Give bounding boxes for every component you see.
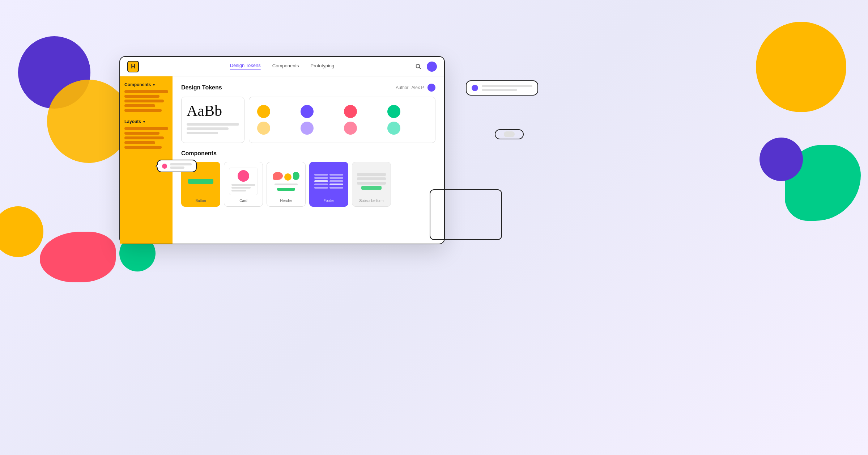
sidebar-bar	[124, 104, 155, 107]
right-callout-bar-1	[482, 85, 532, 87]
components-title: Components	[181, 150, 217, 157]
color-dot-red	[344, 105, 357, 118]
header-bar-green	[277, 188, 295, 191]
subscribe-label: Subscribe form	[356, 199, 387, 203]
footer-label: Footer	[313, 199, 344, 203]
color-dot-purple	[301, 105, 314, 118]
subscribe-preview	[356, 166, 387, 197]
search-icon[interactable]	[414, 63, 422, 71]
sidebar-bar	[124, 132, 159, 135]
design-tokens-section: Design Tokens Author Alex P. AaBb	[181, 84, 435, 143]
callout-bars-container	[170, 163, 192, 169]
tab-prototyping[interactable]: Prototyping	[311, 63, 335, 70]
author-avatar	[427, 84, 435, 92]
sidebar-bar	[124, 136, 164, 139]
component-card-card[interactable]: Card	[224, 162, 263, 207]
footer-bar	[329, 174, 343, 176]
subscribe-input-bar-2	[357, 177, 386, 180]
subscribe-btn-bar	[361, 186, 382, 190]
tokens-cards: AaBb	[181, 97, 435, 143]
sidebar-section-layouts: Layouts ▾	[124, 119, 168, 149]
typo-bar	[187, 123, 239, 126]
app-logo: H	[127, 61, 139, 72]
header-preview-inner	[272, 172, 301, 191]
footer-row-1	[314, 174, 343, 176]
sidebar-bar	[124, 141, 155, 144]
component-card-subscribe[interactable]: Subscribe form	[352, 162, 391, 207]
app-header: H Design Tokens Components Prototyping	[120, 57, 444, 76]
header-blobs	[273, 172, 299, 181]
color-dot-teal-light	[387, 122, 400, 135]
main-content: Design Tokens Author Alex P. AaBb	[173, 76, 444, 244]
blob-purple-small	[760, 138, 803, 181]
footer-row-5	[314, 187, 343, 189]
author-label: Author	[396, 85, 408, 90]
footer-bar	[329, 180, 343, 182]
callout-bar-1	[170, 163, 192, 165]
tab-design-tokens[interactable]: Design Tokens	[230, 63, 261, 70]
component-card-header[interactable]: Header	[267, 162, 306, 207]
callout-dot	[162, 164, 167, 169]
sidebar-bar	[124, 95, 159, 98]
sidebar-bars-components	[124, 90, 168, 112]
color-dot-yellow	[257, 105, 270, 118]
right-callout-bars	[482, 85, 532, 91]
footer-row-3	[314, 180, 343, 182]
component-card-footer[interactable]: Footer	[309, 162, 348, 207]
footer-bar	[314, 184, 328, 185]
header-bar-1	[275, 184, 298, 185]
user-avatar[interactable]	[427, 62, 437, 72]
design-tokens-title: Design Tokens	[181, 84, 222, 91]
typography-card[interactable]: AaBb	[181, 97, 244, 143]
sidebar-bar	[124, 100, 164, 102]
subscribe-input-bar-1	[357, 173, 386, 176]
svg-line-1	[420, 67, 421, 69]
sidebar-section-layouts-title: Layouts	[124, 119, 141, 124]
typo-bar	[187, 127, 229, 130]
components-border-decoration	[430, 189, 502, 240]
card-circle	[238, 170, 249, 182]
callout-bar-2	[170, 167, 184, 169]
typo-bar	[187, 132, 218, 134]
blob-yellow-large	[47, 80, 130, 163]
logo-letter: H	[131, 63, 135, 70]
typo-bars	[187, 123, 239, 134]
colors-card[interactable]	[249, 97, 435, 143]
blob-green-large	[785, 145, 861, 221]
card-bar-2	[231, 187, 251, 189]
nav-right	[414, 62, 437, 72]
header-label: Header	[271, 199, 302, 203]
author-name: Alex P.	[412, 85, 425, 90]
card-bar-1	[231, 184, 255, 186]
right-callout-bar-2	[482, 89, 517, 91]
right-callout	[466, 80, 538, 96]
sidebar-bar	[124, 90, 168, 93]
color-dot-green	[387, 105, 400, 118]
sidebar-section-components: Components ▾	[124, 82, 168, 112]
sidebar-bar	[124, 127, 168, 130]
scroll-inner	[504, 131, 515, 137]
button-preview-btn	[188, 179, 213, 184]
footer-preview-inner	[314, 174, 343, 189]
sidebar-bars-layouts	[124, 127, 168, 149]
card-bar-3	[231, 190, 246, 191]
footer-row-2	[314, 177, 343, 179]
scroll-decoration	[495, 129, 524, 139]
sidebar-chevron-components: ▾	[153, 83, 155, 87]
footer-preview	[313, 166, 344, 197]
typo-display: AaBb	[187, 102, 239, 119]
blob-orange-large	[756, 22, 846, 112]
sidebar-bar	[124, 109, 162, 112]
color-dots	[254, 102, 430, 138]
footer-row-4	[314, 184, 343, 185]
author-info: Author Alex P.	[396, 84, 435, 92]
footer-bar	[329, 177, 343, 179]
header-blob-yellow	[284, 173, 292, 181]
components-grid: Button Card	[181, 162, 435, 207]
subscribe-preview-inner	[357, 173, 386, 190]
color-dot-pink-light	[344, 122, 357, 135]
blob-yellow-small	[0, 206, 43, 257]
footer-bar	[329, 187, 343, 189]
footer-bar	[329, 184, 343, 185]
tab-components[interactable]: Components	[272, 63, 299, 70]
